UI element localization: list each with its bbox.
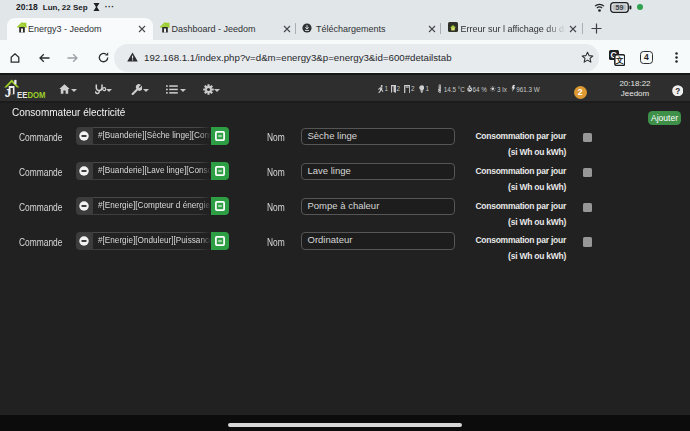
- svg-text:?: ?: [675, 86, 680, 95]
- svg-text:59: 59: [615, 4, 623, 11]
- svg-text:DOM: DOM: [27, 89, 45, 100]
- svg-text:J: J: [5, 87, 11, 99]
- svg-text:文: 文: [614, 56, 623, 65]
- svg-text:EE: EE: [17, 89, 27, 100]
